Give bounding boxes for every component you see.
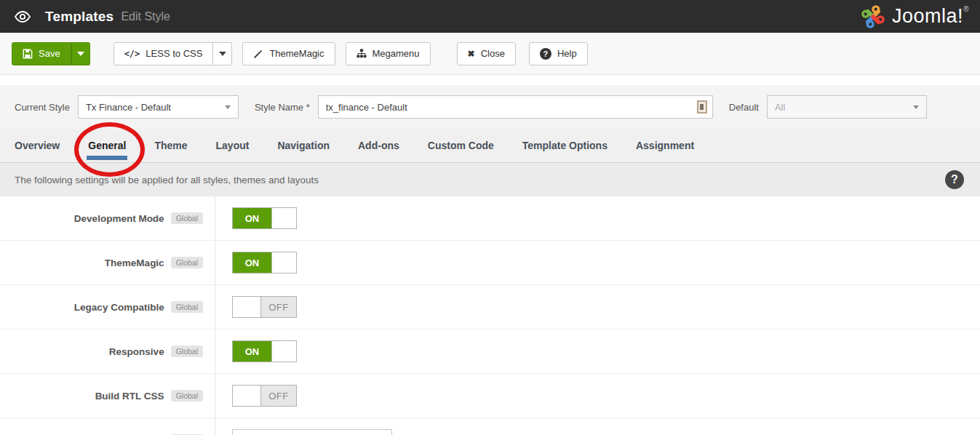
code-icon: </>: [124, 49, 140, 59]
setting-label-cell: Build RTL CSS Global: [0, 374, 215, 418]
joomla-wordmark: Joomla!®: [892, 5, 969, 28]
tab-layout[interactable]: Layout: [216, 140, 250, 151]
current-style-select[interactable]: Tx Finance - Default: [78, 95, 239, 119]
setting-label-cell: ThemeMagic Global: [0, 241, 215, 284]
toggle-on-label: ON: [233, 252, 271, 273]
style-name-input[interactable]: [318, 95, 713, 119]
save-floppy-icon: [23, 49, 33, 59]
chevron-down-icon: [225, 105, 231, 109]
global-badge: Global: [171, 212, 203, 225]
help-label: Help: [557, 48, 577, 59]
close-icon: ✖: [468, 49, 475, 59]
setting-label-cell: Responsive Global: [0, 330, 215, 373]
save-split-button: Save: [12, 42, 90, 65]
preview-eye-icon[interactable]: [13, 7, 32, 26]
setting-label-cell: Development Mode Global: [0, 196, 215, 240]
toggle-off-label: OFF: [261, 386, 296, 406]
setting-row-responsive: Responsive Global ON: [0, 330, 980, 374]
toggle-off-label: OFF: [261, 297, 296, 317]
thememagic-label: ThemeMagic: [269, 48, 324, 59]
magic-wand-icon: [253, 49, 263, 59]
toggle-handle: [233, 297, 261, 317]
setting-label-cell: Legacy Compatible Global: [0, 285, 215, 329]
toggle-build-rtl-css[interactable]: OFF: [232, 385, 297, 407]
setting-row-build-rtl-css: Build RTL CSS Global OFF: [0, 374, 980, 418]
sitemap-icon: [356, 49, 367, 58]
megamenu-button[interactable]: Megamenu: [346, 42, 431, 65]
setting-label: Build RTL CSS: [95, 391, 164, 402]
tab-custom-code[interactable]: Custom Code: [428, 140, 494, 151]
setting-control-cell: ON: [215, 196, 980, 240]
spacer: [0, 75, 980, 85]
info-bar: The following settings will be applied f…: [0, 163, 980, 196]
setting-control-cell: ON: [215, 330, 980, 373]
setting-row-legacy-compatible: Legacy Compatible Global OFF: [0, 285, 980, 330]
top-admin-bar: Templates Edit Style Joomla!®: [0, 0, 980, 33]
setting-control-cell: [215, 418, 980, 435]
tab-overview[interactable]: Overview: [15, 140, 60, 151]
toggle-handle: [271, 252, 296, 273]
global-badge: Global: [171, 346, 203, 358]
tab-general[interactable]: General: [88, 140, 126, 151]
tab-theme[interactable]: Theme: [154, 140, 187, 151]
setting-row-development-mode: Development Mode Global ON: [0, 196, 980, 241]
less-to-css-split-button: </> LESS to CSS: [113, 42, 233, 65]
help-icon: ?: [540, 48, 551, 60]
broken-image-icon: [697, 100, 707, 113]
setting-row-thememagic: ThemeMagic Global ON: [0, 241, 980, 285]
info-message: The following settings will be applied f…: [15, 175, 945, 185]
toggle-thememagic[interactable]: ON: [232, 252, 297, 274]
help-button[interactable]: ? Help: [529, 42, 588, 65]
style-form-row: Current Style Tx Finance - Default Style…: [0, 85, 980, 129]
general-settings-list: Development Mode Global ON ThemeMagic Gl…: [0, 196, 980, 435]
close-label: Close: [481, 48, 505, 59]
default-select[interactable]: All: [767, 95, 927, 119]
tab-assignment[interactable]: Assignment: [636, 140, 694, 151]
toggle-on-label: ON: [233, 208, 271, 228]
joomla-logo: Joomla!®: [860, 4, 969, 29]
style-name-field-wrap: [318, 95, 713, 119]
setting-label-cell: Global: [0, 418, 215, 435]
toggle-development-mode[interactable]: ON: [232, 207, 297, 229]
save-dropdown-button[interactable]: [71, 42, 90, 65]
current-style-value: Tx Finance - Default: [86, 102, 171, 113]
toggle-handle: [233, 386, 261, 406]
global-badge: Global: [171, 390, 203, 402]
setting-control-cell: ON: [215, 241, 980, 284]
setting-row-partial: Global: [0, 418, 980, 435]
setting-control-cell: OFF: [215, 285, 980, 329]
global-badge: Global: [171, 257, 203, 269]
less-to-css-button[interactable]: </> LESS to CSS: [113, 42, 214, 65]
toggle-responsive[interactable]: ON: [232, 340, 297, 362]
current-style-label: Current Style: [15, 102, 70, 113]
toggle-handle: [271, 341, 296, 362]
chevron-down-icon: [913, 105, 919, 109]
chevron-down-icon: [77, 52, 84, 56]
close-button[interactable]: ✖ Close: [457, 42, 516, 65]
setting-text-input[interactable]: [232, 429, 392, 435]
page-subtitle: Edit Style: [121, 10, 170, 23]
setting-label: Responsive: [109, 346, 164, 357]
setting-label: ThemeMagic: [105, 258, 164, 268]
tab-add-ons[interactable]: Add-ons: [358, 140, 399, 151]
thememagic-button[interactable]: ThemeMagic: [242, 42, 335, 65]
toggle-handle: [271, 208, 296, 228]
settings-tabs: Overview General Theme Layout Navigation…: [0, 129, 980, 163]
less-to-css-dropdown-button[interactable]: [213, 42, 232, 65]
toggle-legacy-compatible[interactable]: OFF: [232, 296, 297, 318]
toggle-on-label: ON: [233, 341, 271, 362]
help-circle-icon[interactable]: ?: [945, 170, 964, 189]
setting-control-cell: OFF: [215, 374, 980, 418]
tab-template-options[interactable]: Template Options: [522, 140, 607, 151]
page-title: Templates: [45, 9, 113, 25]
save-button[interactable]: Save: [12, 42, 71, 65]
chevron-down-icon: [219, 52, 226, 56]
default-label: Default: [729, 102, 759, 113]
joomla-mark-icon: [860, 4, 886, 29]
setting-label: Legacy Compatible: [74, 302, 164, 313]
less-to-css-label: LESS to CSS: [146, 48, 202, 59]
default-value: All: [775, 102, 785, 113]
tab-navigation[interactable]: Navigation: [277, 140, 330, 151]
style-name-label: Style Name *: [255, 102, 310, 113]
toolbar: Save </> LESS to CSS ThemeMagic: [0, 33, 980, 75]
